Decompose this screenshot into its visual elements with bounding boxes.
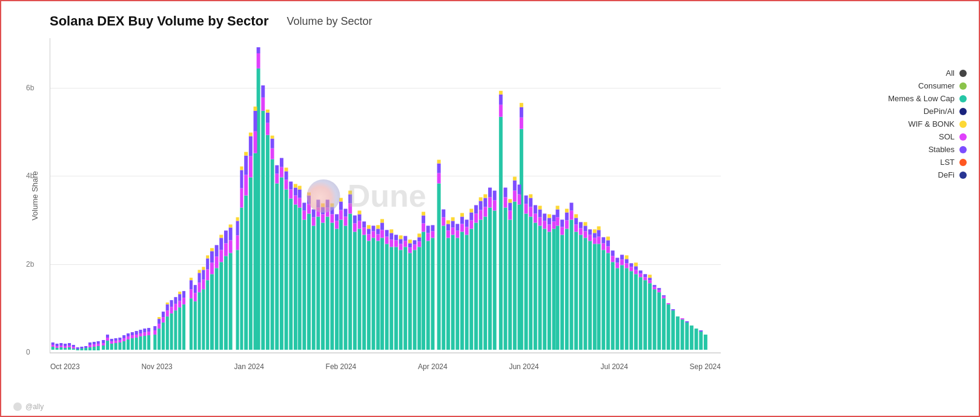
svg-rect-248 [202, 267, 205, 270]
svg-rect-251 [206, 258, 209, 269]
svg-rect-413 [574, 224, 578, 232]
svg-rect-47 [236, 235, 239, 250]
svg-rect-456 [653, 285, 657, 287]
svg-rect-287 [285, 180, 288, 190]
svg-rect-467 [676, 316, 680, 350]
svg-rect-137 [499, 95, 503, 105]
svg-rect-84 [312, 209, 316, 217]
svg-rect-42 [198, 292, 201, 350]
svg-rect-166 [569, 202, 573, 210]
svg-rect-6 [59, 347, 62, 350]
svg-rect-318 [362, 235, 366, 350]
svg-rect-17 [110, 339, 113, 341]
svg-rect-422 [583, 222, 587, 225]
svg-rect-473 [695, 329, 698, 350]
legend-dot-memes [959, 95, 967, 102]
svg-rect-279 [254, 153, 257, 350]
svg-rect-441 [634, 270, 638, 274]
sub-title: Volume by Sector [286, 15, 372, 28]
legend-item-wif: WIF & BONK [855, 119, 967, 128]
svg-rect-7 [59, 345, 62, 347]
svg-rect-234 [147, 328, 150, 332]
svg-rect-231 [143, 329, 146, 332]
svg-rect-36 [190, 289, 193, 298]
svg-rect-31 [166, 302, 169, 304]
svg-rect-156 [556, 205, 560, 209]
svg-rect-64 [271, 159, 274, 350]
svg-rect-80 [307, 196, 311, 204]
legend-label-memes: Memes & Low Cap [888, 94, 955, 103]
svg-rect-16 [110, 341, 113, 344]
svg-rect-290 [289, 198, 293, 350]
svg-rect-330 [376, 229, 380, 234]
svg-rect-193 [76, 349, 79, 350]
legend-item-defi: DeFi [855, 170, 967, 179]
svg-rect-237 [174, 297, 177, 304]
svg-rect-222 [131, 332, 134, 335]
svg-rect-63 [266, 110, 270, 113]
svg-rect-53 [240, 167, 243, 170]
svg-rect-216 [122, 335, 125, 338]
svg-rect-426 [593, 244, 597, 350]
svg-rect-301 [321, 214, 325, 222]
svg-rect-11 [102, 340, 105, 343]
svg-rect-359 [451, 217, 455, 221]
legend-dot-lst [959, 159, 967, 166]
svg-rect-126 [446, 224, 450, 230]
svg-rect-300 [321, 222, 325, 350]
svg-rect-184 [64, 348, 67, 350]
svg-rect-34 [170, 300, 173, 307]
svg-rect-270 [229, 224, 233, 227]
svg-rect-338 [399, 235, 403, 239]
svg-rect-109 [389, 229, 393, 233]
svg-rect-336 [399, 244, 403, 250]
x-labels: Oct 2023 Nov 2023 Jan 2024 Feb 2024 Apr … [50, 362, 721, 371]
svg-rect-239 [178, 301, 181, 307]
svg-rect-134 [488, 188, 492, 198]
svg-rect-345 [408, 239, 412, 243]
svg-rect-289 [285, 168, 288, 172]
svg-rect-463 [667, 304, 670, 350]
svg-rect-200 [88, 345, 91, 347]
svg-rect-419 [583, 238, 587, 350]
svg-rect-404 [543, 213, 546, 221]
svg-rect-61 [266, 123, 270, 135]
svg-rect-394 [529, 195, 532, 198]
svg-rect-68 [275, 184, 279, 350]
svg-rect-112 [422, 215, 425, 223]
svg-rect-466 [671, 309, 675, 310]
svg-rect-181 [615, 268, 619, 350]
legend-item-stables: Stables [855, 145, 967, 154]
svg-rect-440 [634, 274, 638, 350]
svg-rect-142 [508, 219, 512, 350]
svg-rect-203 [93, 344, 96, 347]
svg-rect-59 [261, 85, 265, 98]
svg-rect-382 [493, 200, 497, 210]
svg-rect-158 [560, 227, 564, 235]
svg-rect-65 [271, 148, 274, 159]
svg-rect-23 [157, 319, 161, 324]
svg-rect-92 [348, 213, 352, 350]
svg-rect-117 [437, 184, 441, 350]
svg-rect-206 [97, 344, 100, 346]
svg-rect-129 [483, 207, 487, 216]
svg-rect-188 [68, 345, 71, 347]
svg-rect-444 [639, 277, 643, 350]
svg-rect-264 [224, 256, 228, 350]
svg-rect-342 [408, 253, 412, 350]
svg-rect-97 [353, 223, 357, 232]
svg-rect-346 [413, 250, 417, 350]
svg-rect-45 [198, 270, 201, 273]
svg-rect-123 [442, 209, 445, 217]
svg-rect-39 [194, 301, 197, 350]
svg-rect-246 [202, 279, 205, 289]
svg-rect-373 [469, 208, 473, 212]
svg-rect-225 [135, 331, 138, 335]
svg-rect-238 [178, 307, 181, 350]
svg-rect-401 [538, 205, 542, 209]
svg-rect-205 [97, 346, 100, 350]
svg-rect-4 [56, 346, 59, 348]
svg-rect-144 [508, 202, 512, 210]
svg-rect-381 [493, 210, 497, 350]
svg-rect-337 [399, 239, 403, 244]
